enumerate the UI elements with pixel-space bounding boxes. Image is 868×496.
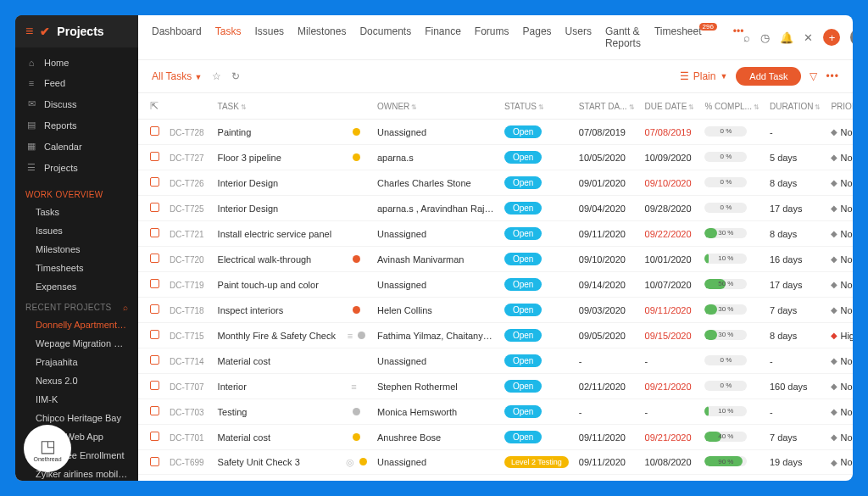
recent-project[interactable]: Chipco Heritage Bay [15, 409, 138, 427]
checkbox[interactable] [150, 279, 159, 288]
checkbox[interactable] [150, 152, 159, 161]
tab-issues[interactable]: Issues [254, 22, 284, 53]
checkbox[interactable] [150, 432, 159, 441]
tab-documents[interactable]: Documents [359, 22, 411, 53]
status-badge[interactable]: Open [504, 380, 542, 393]
checkbox[interactable] [150, 457, 159, 466]
status-badge[interactable]: Open [504, 431, 542, 443]
column-header[interactable]: OWNER⇅ [372, 93, 499, 120]
recent-project[interactable]: Donnelly Apartments C [15, 315, 138, 334]
checkbox[interactable] [150, 330, 159, 339]
checkbox[interactable] [150, 381, 159, 390]
filter-dropdown[interactable]: All Tasks ▼ [152, 70, 202, 82]
hierarchy-header[interactable]: ⇱ [138, 93, 164, 120]
status-badge[interactable]: Open [504, 151, 542, 164]
menu-icon[interactable]: ≡ [25, 24, 33, 39]
view-plain-button[interactable]: ☰ Plain ▼ [680, 70, 728, 82]
checkbox[interactable] [150, 126, 159, 136]
tab-finance[interactable]: Finance [425, 22, 461, 53]
table-row[interactable]: DC-T721 Install electric service panel U… [138, 221, 853, 247]
checkbox[interactable] [150, 228, 159, 237]
status-badge[interactable]: Level 2 Testing [504, 456, 569, 468]
filter-icon[interactable]: ▽ [810, 70, 817, 82]
status-badge[interactable]: Open [504, 253, 542, 265]
sidebar-item-home[interactable]: ⌂Home [15, 53, 138, 73]
status-badge[interactable]: Open [504, 405, 542, 418]
table-row[interactable]: DC-T707 Interior ≡ Stephen Rothermel Ope… [138, 374, 853, 399]
checkbox[interactable] [150, 177, 159, 187]
tab-tasks[interactable]: Tasks [215, 22, 242, 53]
task-name: Interior [213, 374, 341, 399]
column-header[interactable]: DURATION⇅ [765, 93, 826, 120]
sidebar-item-tasks[interactable]: Tasks [15, 203, 138, 221]
sidebar-item-calendar[interactable]: ▦Calendar [15, 136, 138, 157]
recent-project[interactable]: Prajaahita [15, 353, 138, 371]
sidebar-item-timesheets[interactable]: Timesheets [15, 259, 138, 277]
sidebar-item-reports[interactable]: ▤Reports [15, 114, 138, 136]
column-header[interactable]: DUE DATE⇅ [640, 93, 700, 120]
table-row[interactable]: DC-T728 Painting Unassigned Open 07/08/2… [138, 120, 853, 145]
owner: aparna.s [372, 145, 499, 170]
recent-project[interactable]: IIM-K [15, 390, 138, 409]
search-icon[interactable]: ⌕ [743, 31, 750, 44]
column-header[interactable] [341, 93, 372, 120]
checkbox[interactable] [150, 203, 159, 212]
tab-pages[interactable]: Pages [523, 22, 552, 53]
tools-icon[interactable]: ✕ [804, 31, 813, 44]
table-row[interactable]: DC-T718 Inspect interiors Helen Collins … [138, 298, 853, 323]
bell-icon[interactable]: 🔔 [780, 31, 793, 44]
status-badge[interactable]: Open [504, 202, 542, 215]
checkbox[interactable] [150, 355, 159, 365]
status-badge[interactable]: Open [504, 329, 542, 342]
table-row[interactable]: DC-T698 Demo01 Unassigned Open - - 10 % … [138, 475, 853, 482]
tab-dashboard[interactable]: Dashboard [152, 22, 202, 53]
status-badge[interactable]: Open [504, 227, 542, 240]
status-badge[interactable]: Open [504, 125, 542, 138]
checkbox[interactable] [150, 304, 159, 314]
avatar[interactable] [850, 28, 853, 47]
status-badge[interactable]: Open [504, 176, 542, 189]
tab-gantt-reports[interactable]: Gantt & Reports [605, 22, 641, 53]
status-badge[interactable]: Open [504, 278, 542, 291]
status-badge[interactable]: Open [504, 304, 542, 316]
column-header[interactable]: % COMPL...⇅ [699, 93, 765, 120]
column-header[interactable]: STATUS⇅ [499, 93, 574, 120]
status-badge[interactable]: Open [504, 354, 542, 367]
add-button[interactable]: + [823, 29, 840, 46]
table-row[interactable]: DC-T726 Interior Design Charles Charles … [138, 170, 853, 196]
table-row[interactable]: DC-T701 Material cost Anushree Bose Open… [138, 425, 853, 450]
tab-milestones[interactable]: Milestones [298, 22, 346, 53]
star-icon[interactable]: ☆ [212, 70, 221, 82]
column-header[interactable]: PRIORITY⇅ [826, 93, 853, 120]
search-icon[interactable]: ⌕ [123, 303, 128, 312]
sidebar-item-issues[interactable]: Issues [15, 221, 138, 240]
tab-timesheet[interactable]: Timesheet296 [654, 22, 720, 53]
refresh-icon[interactable]: ↻ [231, 70, 240, 82]
table-row[interactable]: DC-T703 Testing Monica Hemsworth Open - … [138, 399, 853, 425]
sidebar-item-feed[interactable]: ≡Feed [15, 73, 138, 93]
tab-forums[interactable]: Forums [475, 22, 509, 53]
column-header[interactable]: START DA...⇅ [574, 93, 640, 120]
recent-project[interactable]: Nexus 2.0 [15, 371, 138, 390]
table-row[interactable]: DC-T719 Paint touch-up and color Unassig… [138, 272, 853, 298]
add-task-button[interactable]: Add Task [736, 67, 801, 86]
sidebar-item-discuss[interactable]: ✉Discuss [15, 93, 138, 114]
table-row[interactable]: DC-T714 Material cost Unassigned Open - … [138, 348, 853, 374]
clock-icon[interactable]: ◷ [760, 31, 770, 44]
sidebar-item-expenses[interactable]: Expenses [15, 277, 138, 296]
checkbox[interactable] [150, 406, 159, 415]
sidebar-item-projects[interactable]: ☰Projects [15, 157, 138, 178]
table-row[interactable]: DC-T699 Safety Unit Check 3 ◎ Unassigned… [138, 450, 853, 475]
tab-users[interactable]: Users [565, 22, 592, 53]
tabs-more[interactable]: ••• [733, 22, 744, 53]
table-row[interactable]: DC-T720 Electrical walk-through Avinash … [138, 247, 853, 272]
more-icon[interactable]: ••• [826, 70, 839, 82]
sidebar-item-milestones[interactable]: Milestones [15, 240, 138, 259]
progress-bar: 0 % [704, 126, 747, 137]
column-header[interactable]: TASK⇅ [213, 93, 341, 120]
table-row[interactable]: DC-T727 Floor 3 pipeline aparna.s Open 1… [138, 145, 853, 170]
table-row[interactable]: DC-T715 Monthly Fire & Safety Check ≡ Fa… [138, 323, 853, 348]
checkbox[interactable] [150, 254, 159, 263]
table-row[interactable]: DC-T725 Interior Design aparna.s , Aravi… [138, 196, 853, 221]
recent-project[interactable]: Wepage Migration Pha [15, 334, 138, 353]
